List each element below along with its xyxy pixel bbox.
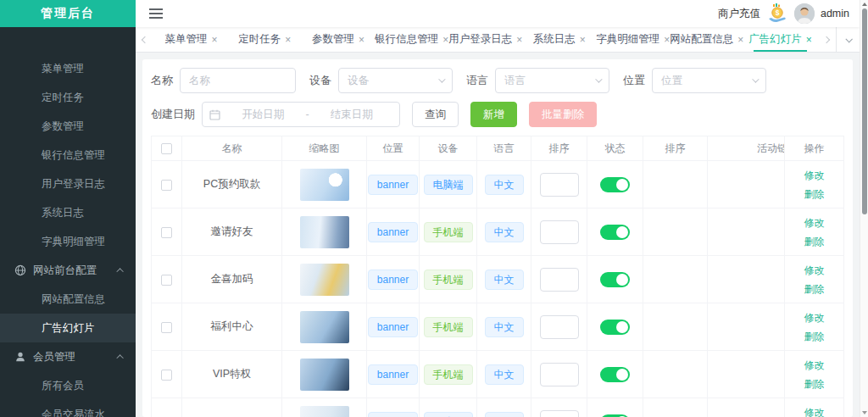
select-all-checkbox[interactable] <box>161 143 172 154</box>
sidebar-item-param-mgmt[interactable]: 参数管理 <box>0 112 136 141</box>
delete-link[interactable]: 删除 <box>785 375 843 393</box>
recharge-coin-icon[interactable]: $ <box>766 3 788 24</box>
tab-param-mgmt[interactable]: 参数管理× <box>302 27 376 52</box>
close-tab-icon[interactable]: × <box>737 34 743 46</box>
delete-link[interactable]: 删除 <box>785 280 843 298</box>
row-checkbox[interactable] <box>161 370 172 381</box>
device-badge: 手机端 <box>424 270 473 290</box>
add-button[interactable]: 新增 <box>470 102 517 127</box>
sort-input[interactable] <box>540 220 579 244</box>
table-row: banner 电脑端 中文 修改 删除 <box>152 398 844 417</box>
cell-sort2 <box>643 208 708 256</box>
sidebar-group-member-mgmt[interactable]: 会员管理 <box>0 342 136 371</box>
close-tab-icon[interactable]: × <box>806 34 812 46</box>
sidebar-item-dict-detail[interactable]: 字典明细管理 <box>0 227 136 256</box>
cell-sort2 <box>643 351 708 398</box>
tab-system-log[interactable]: 系统日志× <box>522 27 596 52</box>
close-tab-icon[interactable]: × <box>285 34 291 46</box>
name-filter-input[interactable] <box>180 68 296 93</box>
device-filter-select[interactable]: 设备 <box>338 68 453 93</box>
delete-link[interactable]: 删除 <box>785 185 843 203</box>
tab-bar: 菜单管理× 定时任务× 参数管理× 银行信息管理× 用户登录日志× 系统日志× … <box>136 27 860 53</box>
thumbnail-image[interactable] <box>300 216 349 248</box>
scrollbar-thumb[interactable] <box>862 8 867 214</box>
thumbnail-image[interactable] <box>300 311 349 343</box>
cell-actions: 修改 删除 <box>785 303 844 351</box>
status-toggle[interactable] <box>600 320 630 335</box>
close-tab-icon[interactable]: × <box>442 34 448 46</box>
close-tab-icon[interactable]: × <box>516 34 522 46</box>
sidebar-item-all-members[interactable]: 所有会员 <box>0 371 136 400</box>
edit-link[interactable]: 修改 <box>785 356 843 375</box>
delete-link[interactable]: 删除 <box>785 327 843 346</box>
thumbnail-image[interactable] <box>300 406 349 417</box>
tab-menu-mgmt[interactable]: 菜单管理× <box>154 27 228 52</box>
language-filter-select[interactable]: 语言 <box>495 68 609 93</box>
sidebar-item-ad-slideshow[interactable]: 广告幻灯片 <box>0 314 136 342</box>
sort-input[interactable] <box>540 363 579 386</box>
sidebar-item-menu-mgmt[interactable]: 菜单管理 <box>0 54 136 83</box>
username-label[interactable]: admin <box>821 8 849 19</box>
status-toggle[interactable] <box>600 414 630 417</box>
tabs-scroll-right-icon[interactable] <box>817 27 836 52</box>
edit-link[interactable]: 修改 <box>785 214 843 232</box>
batch-delete-button[interactable]: 批量删除 <box>529 102 597 127</box>
scrollbar-down-arrow-icon[interactable] <box>862 411 867 414</box>
tab-bank-info[interactable]: 银行信息管理× <box>375 27 448 52</box>
sort-input[interactable] <box>540 268 579 292</box>
sidebar-item-site-config-info[interactable]: 网站配置信息 <box>0 285 136 314</box>
position-filter-select[interactable]: 位置 <box>652 68 766 93</box>
status-toggle[interactable] <box>600 367 630 382</box>
row-checkbox[interactable] <box>161 275 172 286</box>
edit-link[interactable]: 修改 <box>785 403 843 417</box>
close-tab-icon[interactable]: × <box>580 34 586 46</box>
sidebar-item-scheduled-tasks[interactable]: 定时任务 <box>0 83 136 112</box>
scrollbar-up-arrow-icon[interactable] <box>862 3 867 6</box>
merchant-recharge-link[interactable]: 商户充值 <box>718 7 760 21</box>
sort-input[interactable] <box>540 410 579 417</box>
language-badge: 中文 <box>485 175 524 195</box>
sidebar-group-label: 网站前台配置 <box>33 264 97 278</box>
sidebar-group-site-config[interactable]: 网站前台配置 <box>0 256 136 285</box>
row-checkbox[interactable] <box>161 322 172 333</box>
close-tab-icon[interactable]: × <box>211 34 217 46</box>
status-toggle[interactable] <box>600 272 630 287</box>
header-activity: 活动链接 <box>708 136 785 161</box>
sidebar-item-login-log[interactable]: 用户登录日志 <box>0 170 136 198</box>
edit-link[interactable]: 修改 <box>785 261 843 280</box>
language-badge: 中文 <box>485 317 524 337</box>
delete-link[interactable]: 删除 <box>785 232 843 251</box>
thumbnail-image[interactable] <box>300 264 349 296</box>
avatar[interactable] <box>794 3 815 24</box>
sort-input[interactable] <box>540 173 579 197</box>
status-toggle[interactable] <box>600 225 630 240</box>
row-checkbox[interactable] <box>161 227 172 238</box>
sort-input[interactable] <box>540 315 579 339</box>
tab-site-config-info[interactable]: 网站配置信息× <box>670 27 743 52</box>
close-tab-icon[interactable]: × <box>359 34 364 46</box>
tab-ad-slideshow[interactable]: 广告幻灯片× <box>743 27 817 52</box>
tabs-scroll-left-icon[interactable] <box>136 27 154 52</box>
cell-name: 福利中心 <box>182 303 282 351</box>
edit-link[interactable]: 修改 <box>785 166 843 185</box>
page-scrollbar[interactable] <box>860 0 868 417</box>
sidebar-item-bank-info[interactable]: 银行信息管理 <box>0 141 136 170</box>
status-toggle[interactable] <box>600 177 630 192</box>
content-panel: 名称 设备 设备 语言 语言 <box>142 59 853 417</box>
tab-login-log[interactable]: 用户登录日志× <box>448 27 522 52</box>
date-range-picker[interactable]: 开始日期 - 结束日期 <box>202 102 400 127</box>
hamburger-menu-icon[interactable] <box>149 13 163 14</box>
sidebar-item-system-log[interactable]: 系统日志 <box>0 198 136 227</box>
tab-scheduled-tasks[interactable]: 定时任务× <box>228 27 302 52</box>
search-button[interactable]: 查询 <box>412 102 459 127</box>
edit-link[interactable]: 修改 <box>785 309 843 327</box>
tab-dict-detail[interactable]: 字典明细管理× <box>596 27 670 52</box>
slides-table: 名称 缩略图 位置 设备 语言 排序 状态 排序 活动链接 操作 <box>151 136 844 417</box>
date-filter-label: 创建日期 <box>151 107 195 122</box>
thumbnail-image[interactable] <box>300 359 349 391</box>
row-checkbox[interactable] <box>161 180 172 191</box>
close-tab-icon[interactable]: × <box>664 34 670 46</box>
tabs-dropdown-icon[interactable] <box>836 27 860 52</box>
thumbnail-image[interactable] <box>300 169 349 201</box>
sidebar-item-member-transactions[interactable]: 会员交易流水 <box>0 400 136 417</box>
